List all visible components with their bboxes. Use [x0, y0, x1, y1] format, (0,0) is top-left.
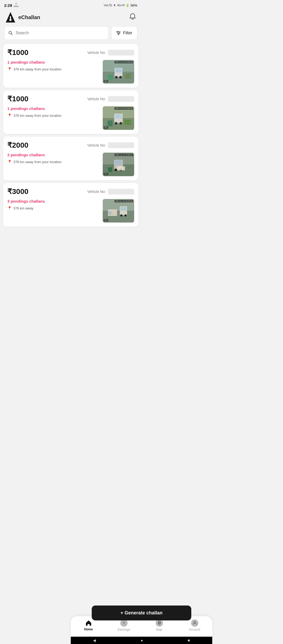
card-left-info-4: 3 pendings challans 📍 376 km away — [7, 199, 45, 210]
svg-rect-25 — [107, 120, 113, 126]
card-top-row-2: ₹1000 Vehicle No: — [7, 95, 134, 103]
svg-rect-42 — [108, 212, 111, 215]
location-row-3: 📍 376 km away from your location — [7, 160, 62, 164]
svg-rect-14 — [115, 68, 122, 73]
challan-image-2: 2022-11-10 16:33:33 IFC — [103, 106, 134, 130]
card-middle-4: 3 pendings challans 📍 376 km away — [7, 199, 134, 223]
svg-point-15 — [115, 76, 118, 79]
pending-text-2: 1 pendings challans — [7, 106, 62, 111]
challan-card-1[interactable]: ₹1000 Vehicle No: 1 pendings challans 📍 … — [3, 44, 138, 88]
location-row-2: 📍 376 km away from your location — [7, 113, 62, 118]
svg-rect-30 — [115, 160, 122, 165]
battery-icon: 🔋 — [126, 4, 129, 7]
location-row-1: 📍 376 km away from your location — [7, 67, 62, 71]
app-name: eChallan — [18, 14, 40, 20]
search-icon — [8, 30, 13, 36]
svg-rect-33 — [117, 166, 125, 170]
challan-amount-3: ₹2000 — [7, 141, 28, 149]
img-timestamp-3: 2022-11-10 16:33:27 — [115, 154, 133, 156]
svg-rect-22 — [115, 114, 122, 119]
location-pin-icon-2: 📍 — [7, 113, 12, 118]
img-ifc-1: IFC — [104, 80, 108, 82]
img-timestamp-2: 2022-11-10 16:33:33 — [115, 107, 133, 110]
svg-rect-2 — [10, 16, 11, 19]
location-text-2: 376 km away from your location — [13, 114, 62, 118]
vehicle-no-box-1 — [108, 50, 134, 55]
vehicle-label-1: Vehicle No: — [87, 51, 106, 55]
svg-point-10 — [118, 34, 119, 35]
pending-text-1: 1 pendings challans — [7, 60, 62, 64]
app-header: eChallan — [0, 9, 142, 26]
status-right: VoLTE ▼ 4G+R 🔋 56% — [104, 3, 137, 7]
battery-percent: 56% — [130, 3, 137, 7]
challan-amount-2: ₹1000 — [7, 95, 28, 103]
svg-point-39 — [120, 214, 122, 216]
pending-text-3: 2 pendings challans — [7, 153, 62, 157]
filter-icon — [116, 31, 121, 35]
img-ifc-4: IFC — [104, 219, 108, 221]
location-pin-icon-1: 📍 — [7, 67, 12, 71]
location-row-4: 📍 376 km away — [7, 206, 45, 210]
challan-card-3[interactable]: ₹2000 Vehicle No: 2 pendings challans 📍 … — [3, 137, 138, 180]
svg-point-1 — [9, 19, 12, 21]
notification-bell-button[interactable] — [129, 13, 136, 22]
app-logo-icon — [5, 12, 16, 23]
location-pin-icon-3: 📍 — [7, 160, 12, 164]
img-ifc-2: IFC — [104, 126, 108, 129]
svg-line-4 — [11, 34, 13, 35]
svg-point-24 — [119, 122, 122, 125]
vehicle-no-box-3 — [108, 142, 134, 148]
challan-card-4[interactable]: ₹3000 Vehicle No: 3 pendings challans 📍 … — [3, 183, 138, 227]
location-text-3: 376 km away from your location — [13, 160, 62, 164]
volte-icon: VoLTE — [104, 4, 112, 7]
img-timestamp-1: 2022-11-10 16:33:33 — [115, 61, 133, 63]
card-left-info-3: 2 pendings challans 📍 376 km away from y… — [7, 153, 62, 164]
location-pin-icon-4: 📍 — [7, 206, 12, 210]
vehicle-no-box-4 — [108, 189, 134, 195]
pending-text-4: 3 pendings challans — [7, 199, 45, 203]
card-middle-2: 1 pendings challans 📍 376 km away from y… — [7, 106, 134, 130]
svg-rect-18 — [125, 74, 131, 79]
filter-label: Filter — [123, 31, 132, 35]
svg-point-31 — [115, 169, 117, 171]
network-icon: 4G+R — [117, 4, 125, 7]
card-middle-3: 2 pendings challans 📍 376 km away from y… — [7, 153, 134, 176]
status-data-speed: 0KB/s — [14, 3, 19, 8]
card-top-row-4: ₹3000 Vehicle No: — [7, 187, 134, 196]
svg-point-23 — [115, 122, 117, 125]
card-left-info-1: 1 pendings challans 📍 376 km away from y… — [7, 60, 62, 71]
img-timestamp-4: 2022-11-10 16:33:10 — [115, 200, 133, 202]
card-top-row-1: ₹1000 Vehicle No: — [7, 48, 134, 57]
vehicle-no-area-1: Vehicle No: — [87, 50, 134, 55]
status-left: 2:28 0KB/s — [4, 3, 19, 8]
card-middle-1: 1 pendings challans 📍 376 km away from y… — [7, 60, 134, 84]
svg-rect-17 — [108, 74, 113, 80]
svg-point-8 — [117, 31, 118, 32]
filter-button[interactable]: Filter — [111, 26, 137, 40]
svg-rect-26 — [124, 120, 131, 125]
logo-area: eChallan — [5, 12, 40, 23]
img-ifc-3: IFC — [104, 173, 108, 175]
card-top-row-3: ₹2000 Vehicle No: — [7, 141, 134, 149]
svg-rect-38 — [120, 207, 127, 211]
search-area: Filter — [0, 26, 142, 44]
vehicle-no-box-2 — [108, 96, 134, 102]
svg-point-9 — [119, 32, 120, 34]
vehicle-no-area-3: Vehicle No: — [87, 142, 134, 148]
challan-image-1: 2022-11-10 16:33:33 IFC — [103, 60, 134, 84]
status-time: 2:28 — [4, 3, 12, 8]
vehicle-no-area-4: Vehicle No: — [87, 189, 134, 195]
vehicle-label-4: Vehicle No: — [87, 190, 106, 194]
challan-amount-4: ₹3000 — [7, 187, 28, 196]
search-input[interactable] — [15, 31, 105, 35]
vehicle-label-2: Vehicle No: — [87, 97, 106, 101]
search-box[interactable] — [4, 26, 108, 40]
wifi-icon: ▼ — [113, 4, 116, 7]
challan-card-2[interactable]: ₹1000 Vehicle No: 1 pendings challans 📍 … — [3, 90, 138, 134]
svg-point-16 — [119, 76, 122, 79]
vehicle-no-area-2: Vehicle No: — [87, 96, 134, 102]
vehicle-label-3: Vehicle No: — [87, 143, 106, 147]
svg-rect-34 — [108, 167, 112, 172]
location-text-1: 376 km away from your location — [13, 67, 62, 71]
challan-image-4: 2022-11-10 16:33:10 IFC — [103, 199, 134, 223]
